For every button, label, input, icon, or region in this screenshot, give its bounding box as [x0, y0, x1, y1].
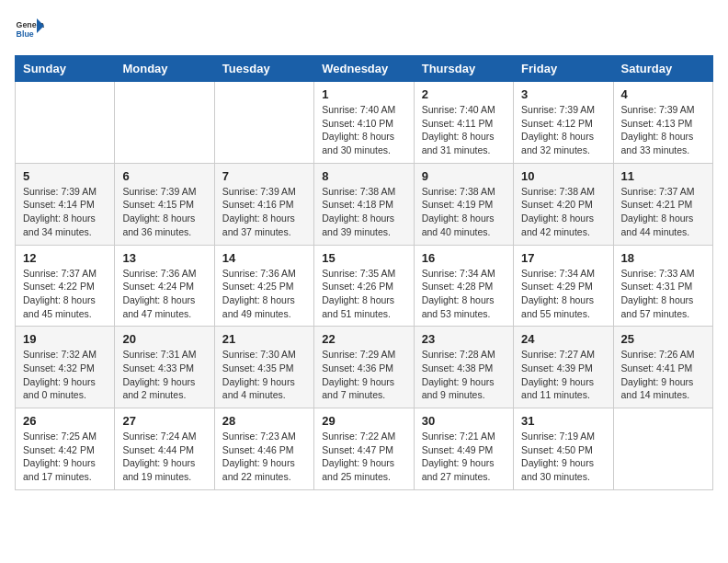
- day-info: Sunrise: 7:23 AM Sunset: 4:46 PM Dayligh…: [222, 430, 306, 484]
- calendar-cell-w4-d6: 24Sunrise: 7:27 AM Sunset: 4:39 PM Dayli…: [514, 327, 613, 408]
- calendar-cell-w1-d6: 3Sunrise: 7:39 AM Sunset: 4:12 PM Daylig…: [514, 82, 613, 164]
- calendar-cell-w3-d5: 16Sunrise: 7:34 AM Sunset: 4:28 PM Dayli…: [414, 245, 513, 327]
- day-info: Sunrise: 7:39 AM Sunset: 4:15 PM Dayligh…: [122, 185, 206, 239]
- calendar-cell-w5-d1: 26Sunrise: 7:25 AM Sunset: 4:42 PM Dayli…: [16, 408, 115, 490]
- day-info: Sunrise: 7:26 AM Sunset: 4:41 PM Dayligh…: [621, 348, 705, 402]
- day-number: 3: [521, 87, 605, 101]
- header-sunday: Sunday: [16, 56, 115, 82]
- day-info: Sunrise: 7:29 AM Sunset: 4:36 PM Dayligh…: [322, 348, 405, 402]
- logo: General Blue: [15, 15, 44, 44]
- week-row-1: 1Sunrise: 7:40 AM Sunset: 4:10 PM Daylig…: [16, 82, 713, 164]
- calendar-cell-w1-d1: [16, 82, 115, 164]
- day-info: Sunrise: 7:34 AM Sunset: 4:28 PM Dayligh…: [422, 267, 506, 321]
- calendar-table: SundayMondayTuesdayWednesdayThursdayFrid…: [15, 55, 713, 490]
- calendar-cell-w2-d2: 6Sunrise: 7:39 AM Sunset: 4:15 PM Daylig…: [115, 163, 214, 245]
- day-info: Sunrise: 7:31 AM Sunset: 4:33 PM Dayligh…: [122, 348, 206, 402]
- header-friday: Friday: [514, 56, 613, 82]
- calendar-cell-w3-d6: 17Sunrise: 7:34 AM Sunset: 4:29 PM Dayli…: [514, 245, 613, 327]
- day-info: Sunrise: 7:38 AM Sunset: 4:18 PM Dayligh…: [322, 185, 405, 239]
- day-info: Sunrise: 7:37 AM Sunset: 4:21 PM Dayligh…: [621, 185, 705, 239]
- day-number: 21: [222, 332, 306, 346]
- day-number: 31: [521, 414, 605, 428]
- calendar-cell-w4-d2: 20Sunrise: 7:31 AM Sunset: 4:33 PM Dayli…: [115, 327, 214, 408]
- calendar-cell-w2-d4: 8Sunrise: 7:38 AM Sunset: 4:18 PM Daylig…: [314, 163, 414, 245]
- calendar-cell-w4-d5: 23Sunrise: 7:28 AM Sunset: 4:38 PM Dayli…: [414, 327, 513, 408]
- day-number: 9: [422, 169, 506, 183]
- calendar-cell-w4-d1: 19Sunrise: 7:32 AM Sunset: 4:32 PM Dayli…: [16, 327, 115, 408]
- day-number: 2: [422, 87, 506, 101]
- calendar-cell-w4-d4: 22Sunrise: 7:29 AM Sunset: 4:36 PM Dayli…: [314, 327, 414, 408]
- day-info: Sunrise: 7:40 AM Sunset: 4:10 PM Dayligh…: [322, 103, 405, 157]
- day-number: 13: [122, 251, 206, 265]
- calendar-cell-w1-d7: 4Sunrise: 7:39 AM Sunset: 4:13 PM Daylig…: [613, 82, 712, 164]
- day-number: 1: [322, 87, 405, 101]
- day-number: 29: [322, 414, 405, 428]
- day-info: Sunrise: 7:33 AM Sunset: 4:31 PM Dayligh…: [621, 267, 705, 321]
- day-number: 6: [122, 169, 206, 183]
- day-info: Sunrise: 7:38 AM Sunset: 4:20 PM Dayligh…: [521, 185, 605, 239]
- day-number: 16: [422, 251, 506, 265]
- svg-text:Blue: Blue: [17, 29, 34, 39]
- day-number: 26: [23, 414, 107, 428]
- day-info: Sunrise: 7:19 AM Sunset: 4:50 PM Dayligh…: [521, 430, 605, 484]
- calendar-cell-w5-d5: 30Sunrise: 7:21 AM Sunset: 4:49 PM Dayli…: [414, 408, 513, 490]
- calendar-header-row: SundayMondayTuesdayWednesdayThursdayFrid…: [16, 56, 713, 82]
- day-info: Sunrise: 7:21 AM Sunset: 4:49 PM Dayligh…: [422, 430, 506, 484]
- day-number: 17: [521, 251, 605, 265]
- day-number: 4: [621, 87, 705, 101]
- day-info: Sunrise: 7:39 AM Sunset: 4:14 PM Dayligh…: [23, 185, 107, 239]
- week-row-2: 5Sunrise: 7:39 AM Sunset: 4:14 PM Daylig…: [16, 163, 713, 245]
- day-info: Sunrise: 7:30 AM Sunset: 4:35 PM Dayligh…: [222, 348, 306, 402]
- calendar-cell-w2-d5: 9Sunrise: 7:38 AM Sunset: 4:19 PM Daylig…: [414, 163, 513, 245]
- calendar-cell-w1-d2: [115, 82, 214, 164]
- day-info: Sunrise: 7:36 AM Sunset: 4:25 PM Dayligh…: [222, 267, 306, 321]
- day-number: 28: [222, 414, 306, 428]
- week-row-3: 12Sunrise: 7:37 AM Sunset: 4:22 PM Dayli…: [16, 245, 713, 327]
- calendar-cell-w5-d4: 29Sunrise: 7:22 AM Sunset: 4:47 PM Dayli…: [314, 408, 414, 490]
- calendar-cell-w1-d5: 2Sunrise: 7:40 AM Sunset: 4:11 PM Daylig…: [414, 82, 513, 164]
- day-number: 25: [621, 332, 705, 346]
- calendar-cell-w5-d3: 28Sunrise: 7:23 AM Sunset: 4:46 PM Dayli…: [214, 408, 313, 490]
- day-number: 23: [422, 332, 506, 346]
- calendar-cell-w5-d6: 31Sunrise: 7:19 AM Sunset: 4:50 PM Dayli…: [514, 408, 613, 490]
- day-number: 24: [521, 332, 605, 346]
- day-number: 14: [222, 251, 306, 265]
- day-info: Sunrise: 7:37 AM Sunset: 4:22 PM Dayligh…: [23, 267, 107, 321]
- day-number: 20: [122, 332, 206, 346]
- calendar-cell-w2-d3: 7Sunrise: 7:39 AM Sunset: 4:16 PM Daylig…: [214, 163, 313, 245]
- calendar-cell-w1-d3: [214, 82, 313, 164]
- calendar-cell-w3-d7: 18Sunrise: 7:33 AM Sunset: 4:31 PM Dayli…: [613, 245, 712, 327]
- day-info: Sunrise: 7:40 AM Sunset: 4:11 PM Dayligh…: [422, 103, 506, 157]
- header-saturday: Saturday: [613, 56, 712, 82]
- calendar-cell-w3-d1: 12Sunrise: 7:37 AM Sunset: 4:22 PM Dayli…: [16, 245, 115, 327]
- day-info: Sunrise: 7:39 AM Sunset: 4:16 PM Dayligh…: [222, 185, 306, 239]
- week-row-4: 19Sunrise: 7:32 AM Sunset: 4:32 PM Dayli…: [16, 327, 713, 408]
- day-info: Sunrise: 7:25 AM Sunset: 4:42 PM Dayligh…: [23, 430, 107, 484]
- day-info: Sunrise: 7:36 AM Sunset: 4:24 PM Dayligh…: [122, 267, 206, 321]
- day-info: Sunrise: 7:34 AM Sunset: 4:29 PM Dayligh…: [521, 267, 605, 321]
- day-info: Sunrise: 7:35 AM Sunset: 4:26 PM Dayligh…: [322, 267, 405, 321]
- day-info: Sunrise: 7:24 AM Sunset: 4:44 PM Dayligh…: [122, 430, 206, 484]
- day-number: 15: [322, 251, 405, 265]
- calendar-cell-w3-d3: 14Sunrise: 7:36 AM Sunset: 4:25 PM Dayli…: [214, 245, 313, 327]
- day-number: 27: [122, 414, 206, 428]
- calendar-cell-w2-d7: 11Sunrise: 7:37 AM Sunset: 4:21 PM Dayli…: [613, 163, 712, 245]
- logo-icon: General Blue: [15, 15, 44, 44]
- day-number: 22: [322, 332, 405, 346]
- header-wednesday: Wednesday: [314, 56, 414, 82]
- day-number: 30: [422, 414, 506, 428]
- calendar-cell-w2-d6: 10Sunrise: 7:38 AM Sunset: 4:20 PM Dayli…: [514, 163, 613, 245]
- day-info: Sunrise: 7:27 AM Sunset: 4:39 PM Dayligh…: [521, 348, 605, 402]
- calendar-cell-w4-d3: 21Sunrise: 7:30 AM Sunset: 4:35 PM Dayli…: [214, 327, 313, 408]
- calendar-cell-w5-d2: 27Sunrise: 7:24 AM Sunset: 4:44 PM Dayli…: [115, 408, 214, 490]
- day-number: 19: [23, 332, 107, 346]
- calendar-cell-w3-d4: 15Sunrise: 7:35 AM Sunset: 4:26 PM Dayli…: [314, 245, 414, 327]
- day-info: Sunrise: 7:22 AM Sunset: 4:47 PM Dayligh…: [322, 430, 405, 484]
- calendar-cell-w1-d4: 1Sunrise: 7:40 AM Sunset: 4:10 PM Daylig…: [314, 82, 414, 164]
- day-info: Sunrise: 7:39 AM Sunset: 4:13 PM Dayligh…: [621, 103, 705, 157]
- day-number: 10: [521, 169, 605, 183]
- header-tuesday: Tuesday: [214, 56, 313, 82]
- calendar-cell-w2-d1: 5Sunrise: 7:39 AM Sunset: 4:14 PM Daylig…: [16, 163, 115, 245]
- header-thursday: Thursday: [414, 56, 513, 82]
- day-number: 11: [621, 169, 705, 183]
